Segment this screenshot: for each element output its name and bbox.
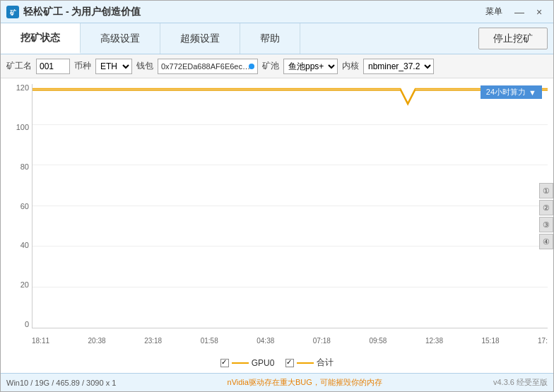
window-title: 轻松矿工 - 为用户创造价值 (23, 6, 480, 18)
y-label-20: 20 (1, 281, 29, 289)
y-axis: 0 20 40 60 80 100 120 (1, 84, 32, 328)
total-legend-label: 合计 (317, 357, 334, 369)
system-info: Win10 / 19G / 465.89 / 3090 x 1 (6, 379, 116, 387)
x-label-0: 18:11 (32, 337, 49, 345)
tab-help[interactable]: 帮助 (240, 23, 300, 54)
wallet-field: 0x772EDa688AF6E6ec… (158, 59, 258, 74)
hashrate-chart-svg (33, 84, 548, 328)
y-label-0: 0 (1, 321, 29, 328)
tab-advanced-settings[interactable]: 高级设置 (81, 23, 160, 54)
x-label-6: 09:58 (369, 337, 387, 345)
x-label-4: 04:38 (257, 337, 274, 345)
worker-label: 矿工名 (6, 60, 32, 72)
toolbar: 矿工名 币种 ETH ETC RVN 钱包 0x772EDa688AF6E6ec… (1, 54, 553, 78)
y-label-120: 120 (1, 84, 29, 92)
nav-spacer (300, 23, 473, 54)
svg-text:矿: 矿 (9, 8, 17, 16)
app-icon: 矿 (6, 6, 19, 18)
x-label-8: 15:18 (482, 337, 500, 345)
side-btn-2[interactable]: ② (539, 200, 553, 215)
y-label-80: 80 (1, 163, 29, 171)
pool-select[interactable]: 鱼池pps+ 其他矿池 (283, 59, 338, 74)
pool-label: 矿池 (262, 60, 279, 72)
gpu0-line (232, 362, 249, 364)
chart-legend: GPU0 合计 (1, 354, 553, 373)
close-button[interactable]: × (531, 4, 548, 20)
legend-gpu0: GPU0 (220, 358, 275, 368)
total-line (297, 362, 314, 364)
chart-container: 0 20 40 60 80 100 120 (1, 78, 553, 354)
x-label-2: 23:18 (144, 337, 162, 345)
wallet-status-dot (249, 64, 254, 69)
legend-total: 合计 (285, 357, 334, 369)
chart-plot (32, 84, 548, 328)
tab-overclock-settings[interactable]: 超频设置 (160, 23, 240, 54)
title-controls: 菜单 — × (480, 4, 548, 20)
side-btn-4[interactable]: ④ (539, 234, 553, 249)
side-btn-1[interactable]: ① (539, 183, 553, 198)
worker-input[interactable] (36, 59, 70, 74)
core-select[interactable]: nbminer_37.2 T-Rex (363, 59, 434, 74)
warning-message: nVidia驱动存在重大BUG，可能摧毁你的内存 (228, 377, 382, 388)
core-label: 内核 (342, 60, 359, 72)
x-axis: 18:11 20:38 23:18 01:58 04:38 07:18 09:5… (32, 330, 548, 351)
24h-label: 24小时算力 (486, 87, 526, 97)
x-label-5: 07:18 (313, 337, 331, 345)
side-btn-3[interactable]: ③ (539, 217, 553, 232)
24h-hashrate-button[interactable]: 24小时算力 ▼ (481, 85, 542, 99)
minimize-button[interactable]: — (511, 4, 528, 20)
chart-area: 0 20 40 60 80 100 120 (1, 78, 553, 373)
y-label-60: 60 (1, 203, 29, 210)
coin-label: 币种 (74, 60, 91, 72)
title-bar: 矿 轻松矿工 - 为用户创造价值 菜单 — × (1, 1, 553, 23)
24h-dropdown-icon: ▼ (529, 88, 536, 97)
wallet-label: 钱包 (136, 60, 153, 72)
y-label-40: 40 (1, 242, 29, 249)
version-info: v4.3.6 经受至版 (493, 377, 548, 388)
nav-bar: 挖矿状态 高级设置 超频设置 帮助 停止挖矿 (1, 23, 553, 54)
coin-select[interactable]: ETH ETC RVN (95, 59, 132, 74)
x-label-9: 17: (538, 337, 548, 345)
gpu0-legend-label: GPU0 (252, 358, 275, 368)
gpu0-checkbox[interactable] (220, 359, 229, 367)
y-label-100: 100 (1, 124, 29, 131)
tab-mining-status[interactable]: 挖矿状态 (1, 23, 81, 54)
side-buttons: ① ② ③ ④ (539, 183, 553, 249)
x-label-1: 20:38 (88, 337, 106, 345)
total-checkbox[interactable] (285, 359, 294, 367)
main-window: 矿 轻松矿工 - 为用户创造价值 菜单 — × 挖矿状态 高级设置 超频设置 帮… (0, 0, 554, 392)
x-label-3: 01:58 (201, 337, 218, 345)
x-label-7: 12:38 (425, 337, 443, 345)
menu-button[interactable]: 菜单 (480, 4, 508, 19)
status-bar: Win10 / 19G / 465.89 / 3090 x 1 nVidia驱动… (1, 373, 553, 391)
wallet-value: 0x772EDa688AF6E6ec… (161, 62, 250, 71)
stop-mining-button[interactable]: 停止挖矿 (478, 28, 548, 49)
